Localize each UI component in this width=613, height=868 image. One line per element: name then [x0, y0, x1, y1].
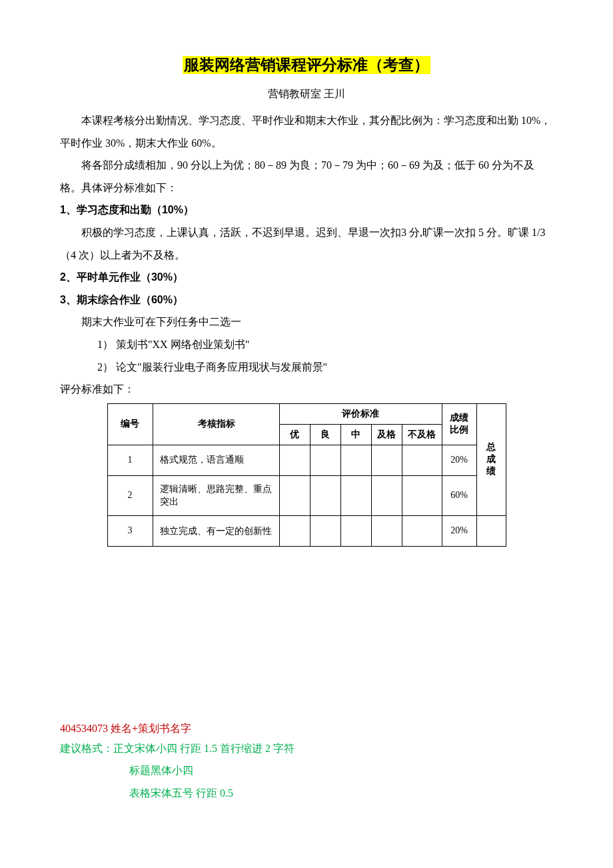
header-metric: 考核指标	[153, 403, 279, 445]
row3-ratio: 20%	[442, 515, 476, 546]
grading-table: 编号 考核指标 评价标准 成绩比例 总成绩 优 良 中 及格 不及格 1 格式规…	[107, 403, 506, 547]
table-header-row-1: 编号 考核指标 评价标准 成绩比例 总成绩	[107, 403, 506, 424]
document-title: 服装网络营销课程评分标准（考查）	[60, 55, 553, 75]
paragraph-intro-1: 本课程考核分出勤情况、学习态度、平时作业和期末大作业，其分配比例为：学习态度和出…	[60, 109, 553, 154]
final-task-intro: 期末大作业可在下列任务中二选一	[60, 311, 553, 333]
section-heading-2: 2、平时单元作业（30%）	[60, 266, 553, 289]
cell-empty	[402, 515, 442, 546]
cell-empty	[310, 515, 340, 546]
row3-num: 3	[107, 515, 153, 546]
row3-metric: 独立完成、有一定的创新性	[153, 515, 279, 546]
footer-block: 404534073 姓名+策划书名字 建议格式：正文宋体小四 行距 1.5 首行…	[60, 720, 553, 804]
option-2: 2） 论文"服装行业电子商务应用现状与发展前景"	[60, 356, 553, 379]
header-total: 总成绩	[476, 403, 506, 515]
paragraph-attendance: 积极的学习态度，上课认真，活跃，不迟到早退。迟到、早退一次扣3 分,旷课一次扣 …	[60, 221, 553, 266]
cell-empty	[371, 445, 402, 475]
row1-ratio: 20%	[442, 445, 476, 475]
row2-metric: 逻辑清晰、思路完整、重点突出	[153, 475, 279, 515]
submission-id: 404534073 姓名+策划书名字	[60, 720, 553, 737]
grade-good: 良	[310, 424, 340, 445]
table-row: 2 逻辑清晰、思路完整、重点突出 60%	[107, 475, 506, 515]
cell-empty	[371, 515, 402, 546]
header-standard: 评价标准	[279, 403, 442, 424]
row2-ratio: 60%	[442, 475, 476, 515]
table-label: 评分标准如下：	[60, 378, 553, 401]
format-suggestion-3: 表格宋体五号 行距 0.5	[60, 782, 553, 805]
cell-empty	[402, 445, 442, 475]
cell-empty	[279, 515, 310, 546]
cell-empty	[279, 475, 310, 515]
option-1: 1） 策划书"XX 网络创业策划书"	[60, 333, 553, 356]
header-ratio: 成绩比例	[442, 403, 476, 445]
row1-num: 1	[107, 445, 153, 475]
cell-empty	[279, 445, 310, 475]
grade-medium: 中	[340, 424, 371, 445]
cell-empty	[340, 515, 371, 546]
cell-empty	[310, 475, 340, 515]
cell-empty	[340, 475, 371, 515]
section-heading-3: 3、期末综合作业（60%）	[60, 289, 553, 311]
row1-metric: 格式规范，语言通顺	[153, 445, 279, 475]
section-heading-1: 1、学习态度和出勤（10%）	[60, 199, 553, 221]
format-suggestion-1: 建议格式：正文宋体小四 行距 1.5 首行缩进 2 字符	[60, 737, 553, 760]
grade-excellent: 优	[279, 424, 310, 445]
cell-empty	[310, 445, 340, 475]
cell-empty	[476, 515, 506, 546]
row2-num: 2	[107, 475, 153, 515]
paragraph-intro-2: 将各部分成绩相加，90 分以上为优；80－89 为良；70－79 为中；60－6…	[60, 154, 553, 199]
author-line: 营销教研室 王川	[60, 87, 553, 101]
title-highlight: 服装网络营销课程评分标准（考查）	[183, 56, 430, 74]
header-num: 编号	[107, 403, 153, 445]
cell-empty	[402, 475, 442, 515]
cell-empty	[340, 445, 371, 475]
grade-fail: 不及格	[402, 424, 442, 445]
table-row: 3 独立完成、有一定的创新性 20%	[107, 515, 506, 546]
format-suggestion-2: 标题黑体小四	[60, 759, 553, 782]
table-row: 1 格式规范，语言通顺 20%	[107, 445, 506, 475]
grade-pass: 及格	[371, 424, 402, 445]
cell-empty	[371, 475, 402, 515]
